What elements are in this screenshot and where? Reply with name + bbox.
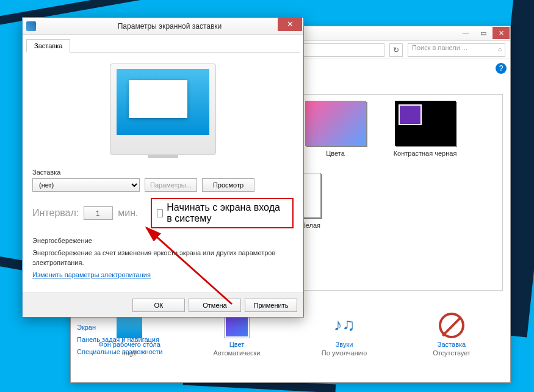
dialog-footer: ОК Отмена Применить (23, 292, 303, 317)
tabstrip: Заставка (26, 38, 300, 53)
highlight-box: Начинать с экрана входа в систему (151, 198, 294, 228)
dialog-title: Параметры экранной заставки (36, 22, 303, 31)
search-input[interactable]: Поиск в панели ... (408, 43, 505, 57)
sound-icon: ♪♫ (331, 313, 357, 338)
setting-color[interactable]: Цвет Автоматически (200, 313, 273, 357)
resume-checkbox[interactable] (157, 209, 163, 217)
interval-unit: мин. (118, 208, 138, 219)
close-button[interactable]: ✕ (493, 27, 510, 39)
screensaver-label: Заставка (32, 169, 294, 176)
ok-button[interactable]: ОК (132, 299, 185, 312)
setting-sound[interactable]: ♪♫ Звуки По умолчанию (308, 313, 381, 357)
screensaver-icon (439, 313, 464, 338)
tab-screensaver[interactable]: Заставка (26, 39, 70, 53)
setting-value: Автоматически (200, 349, 273, 357)
cancel-button[interactable]: Отмена (189, 299, 241, 312)
settings-button[interactable]: Параметры... (145, 178, 197, 192)
setting-title: Цвет (200, 341, 273, 348)
maximize-button[interactable]: ▭ (475, 27, 492, 39)
energy-link[interactable]: Изменить параметры электропитания (32, 271, 151, 278)
help-icon[interactable]: ? (496, 63, 507, 74)
energy-description: Энергосбережение за счет изменения яркос… (32, 248, 294, 267)
setting-value: Отсутствует (415, 349, 488, 357)
nav-link[interactable]: Специальные возможности (77, 346, 162, 358)
apply-button[interactable]: Применить (245, 299, 297, 312)
refresh-button[interactable]: ↻ (389, 43, 403, 57)
theme-item[interactable]: Цвета (300, 101, 370, 157)
interval-spinner[interactable] (84, 206, 113, 220)
theme-label: Контрастная черная (390, 150, 460, 157)
dialog-close-button[interactable]: ✕ (278, 18, 302, 31)
nav-link[interactable]: Панель задач и навигация (77, 333, 162, 346)
energy-group-label: Энергосбережение (32, 237, 294, 244)
setting-title: Заставка (415, 341, 488, 348)
screensaver-select[interactable]: (нет) (32, 178, 140, 192)
interval-label: Интервал: (32, 208, 79, 219)
theme-thumb (305, 101, 366, 146)
setting-value: По умолчанию (308, 349, 381, 357)
theme-item[interactable]: Контрастная черная (390, 101, 460, 157)
preview-button[interactable]: Просмотр (202, 178, 254, 192)
left-nav-links: Экран Панель задач и навигация Специальн… (77, 321, 162, 358)
screensaver-dialog: Параметры экранной заставки ✕ Заставка З… (22, 17, 304, 318)
nav-link[interactable]: Экран (77, 321, 162, 333)
resume-label: Начинать с экрана входа в систему (167, 202, 287, 224)
dialog-icon (26, 21, 36, 31)
screensaver-preview (110, 64, 216, 155)
setting-title: Звуки (308, 341, 381, 348)
theme-thumb (395, 101, 456, 146)
minimize-button[interactable]: — (457, 27, 474, 39)
theme-label: Цвета (300, 150, 370, 157)
setting-screensaver[interactable]: Заставка Отсутствует (415, 313, 488, 357)
dialog-titlebar: Параметры экранной заставки ✕ (23, 18, 303, 35)
